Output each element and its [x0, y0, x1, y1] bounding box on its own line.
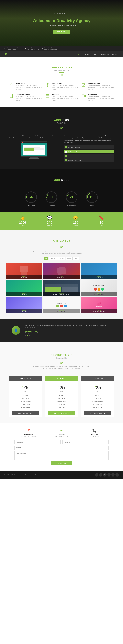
work-subtitle: Graphic [82, 293, 116, 294]
bookmark-icon: 🔖 [99, 215, 104, 220]
work-item-bronze-apps[interactable]: Application BRONZE APPS [81, 263, 117, 279]
filter-graphic[interactable]: Graphic [57, 257, 65, 260]
pricing-cta-button-3[interactable]: GET STARTED NOW [84, 411, 111, 415]
work-label: Design FLAT ICON [6, 292, 42, 296]
nav-link-testimonials[interactable]: Testimonials [100, 51, 110, 57]
navbar: :D Home About Us Products Testimonials C… [0, 51, 123, 58]
pricing-features: All Users 100 Clients Unlimited Mapping … [84, 394, 111, 409]
work-item-flat-icon[interactable]: Design FLAT ICON [6, 280, 42, 296]
pricing-header: PRICING TABLE Choose Your Plan :D Lorem … [9, 348, 114, 372]
hero-logo: Colaris Agency [33, 12, 90, 14]
works-grid: Design FLAT MOCKUP Website ATOM WEBSITE [6, 263, 117, 313]
service-title: UI/UX Design [52, 82, 78, 84]
price-period: /mo [84, 391, 111, 392]
linkedin-icon-2[interactable]: in [111, 473, 114, 476]
work-item-free-logotype[interactable]: LOGOTYPE Logotype FREE LOGOTYPE [43, 297, 80, 313]
work-item-digital-branding[interactable]: Branding DIGITAL/BRANDING WEBSITE [43, 280, 80, 296]
skill-circle: 5% [25, 192, 37, 203]
price-amount: $25 [84, 385, 111, 390]
pricing-grid: BASIC PLAN $25 /mo All Users 100 Clients… [9, 376, 114, 417]
service-title: Graphic Design [88, 82, 114, 84]
skill-circle: 7% [66, 192, 77, 203]
service-desc: Lorem ipsum dolor sit amet, consecte adi… [88, 96, 114, 102]
message-textarea[interactable] [15, 451, 108, 460]
services-deco: :D [9, 74, 114, 76]
hero-title: Welcome to Dreativity Agency [33, 18, 90, 23]
testimonial-dot-1[interactable] [25, 335, 26, 336]
service-title: Videography [88, 93, 114, 95]
service-desc: Lorem ipsum dolor sit amet, consecte adi… [52, 96, 78, 102]
feature-item-creative[interactable]: ✓ CREATIVE FEATURES [64, 154, 114, 158]
work-item-wedding[interactable]: 💕 Wedding Design WEDDING INVITATION [81, 297, 117, 313]
linkedin-icon-3[interactable]: in [115, 473, 119, 476]
feature-item-design[interactable]: ✓ DESIGN MANAGER [64, 146, 114, 149]
feature-label: CLEARLY STRATEGY [68, 151, 81, 152]
pricing-deco: :D [9, 362, 114, 364]
feature-list: ✓ DESIGN MANAGER ✓ CLEARLY STRATEGY ✓ CR… [64, 146, 114, 162]
filter-all[interactable]: All [44, 257, 48, 260]
price-period: /mo [12, 391, 39, 392]
work-item-flat-mockup[interactable]: Design FLAT MOCKUP [6, 263, 42, 279]
work-label: Design FLAT MOCKUP [6, 275, 42, 279]
google-plus-icon[interactable]: G+ [103, 473, 106, 476]
testimonial-dot-2[interactable] [27, 335, 28, 336]
works-filter: All Website Graphic Mobile Apps [6, 257, 117, 260]
works-deco: :D [6, 246, 117, 248]
stats-section: 👍 2006 Clients 💬 240 Projects 😊 120 Awar… [0, 212, 123, 230]
feature-item-investor[interactable]: ✓ INVESTOR SUPPORT [64, 158, 114, 162]
topbar-phone: 📞 Need a solution? Call us now +62 144 2… [4, 47, 22, 50]
filter-apps[interactable]: Apps [73, 257, 79, 260]
pricing-cta-button[interactable]: GET STARTED NOW [12, 411, 39, 415]
pricing-cta-button-featured[interactable]: GET STARTED NOW [48, 411, 75, 415]
work-subtitle: Branding [44, 293, 78, 294]
service-desc: Lorem ipsum dolor sit amet, consecte adi… [16, 84, 42, 90]
svg-point-0 [47, 84, 48, 86]
svg-point-9 [27, 192, 37, 203]
filter-website[interactable]: Website [49, 257, 57, 260]
service-desc: Lorem ipsum dolor sit amet, consecte adi… [88, 84, 114, 90]
hero-cta-button[interactable]: View Portfolio [53, 30, 69, 34]
service-item: Graphic Design Lorem ipsum dolor sit ame… [81, 82, 114, 90]
smile-icon: 😊 [73, 215, 78, 220]
subject-input[interactable] [15, 446, 108, 450]
phone-icon: 📞 [4, 48, 6, 49]
thumbs-up-icon: 👍 [19, 215, 26, 220]
nav-link-about[interactable]: About Us [82, 51, 90, 57]
service-desc: Lorem ipsum dolor sit amet, consecte adi… [16, 96, 42, 102]
videography-icon [81, 93, 86, 98]
work-label: Graphic FREE ICON [6, 309, 42, 313]
testimonial-dot-3[interactable] [29, 335, 30, 336]
work-item-3d-icon[interactable]: LOGOTYPE Graphic 3D ICON MODERN [81, 280, 117, 296]
name-input[interactable] [15, 440, 61, 444]
skills-grid: 5% Web Design 6% HTML/CSS 7% Graphic Des… [9, 192, 114, 206]
pricing-card-basic-1: BASIC PLAN $25 /mo All Users 100 Clients… [9, 376, 42, 417]
feature-label: DESIGN MANAGER [68, 146, 80, 148]
pricing-feature: 100 Clients [48, 397, 75, 400]
service-item: Brand Identity Lorem ipsum dolor sit ame… [9, 82, 42, 90]
topbar: 📞 Need a solution? Call us now +62 144 2… [0, 46, 123, 51]
work-item-atom-website[interactable]: Website ATOM WEBSITE [43, 263, 80, 279]
pricing-feature: All Users [48, 394, 75, 397]
feature-item-strategy[interactable]: ✓ CLEARLY STRATEGY [64, 150, 114, 154]
pricing-feature: Unlimited Mapping [48, 400, 75, 403]
form-row-1 [15, 440, 108, 444]
work-item-free-icon[interactable]: Graphic FREE ICON [6, 297, 42, 313]
stat-awards: 😊 120 Awards [73, 215, 78, 226]
contact-address: 📍 Our Address 123 Main Street, New York [15, 429, 43, 437]
facebook-icon[interactable]: f [95, 473, 98, 476]
nav-link-home[interactable]: Home [74, 51, 81, 57]
work-label: Website ATOM WEBSITE [43, 275, 80, 279]
linkedin-icon-1[interactable]: in [107, 473, 110, 476]
submit-button[interactable]: SEND MESSAGE [51, 461, 72, 466]
pricing-feature: 5 Custom Users [48, 403, 75, 406]
email-input[interactable] [62, 440, 108, 444]
nav-link-contact[interactable]: Contact [111, 51, 119, 57]
illustration-icon [45, 93, 50, 98]
skill-web-design: 5% Web Design [25, 192, 37, 206]
filter-mobile[interactable]: Mobile [66, 257, 73, 260]
pricing-features: All Users 100 Clients Unlimited Mapping … [12, 394, 39, 409]
services-grid: Brand Identity Lorem ipsum dolor sit ame… [9, 82, 114, 102]
skills-title: OUR SKILL [9, 178, 114, 182]
nav-link-products[interactable]: Products [91, 51, 99, 57]
twitter-icon[interactable]: t [99, 473, 102, 476]
